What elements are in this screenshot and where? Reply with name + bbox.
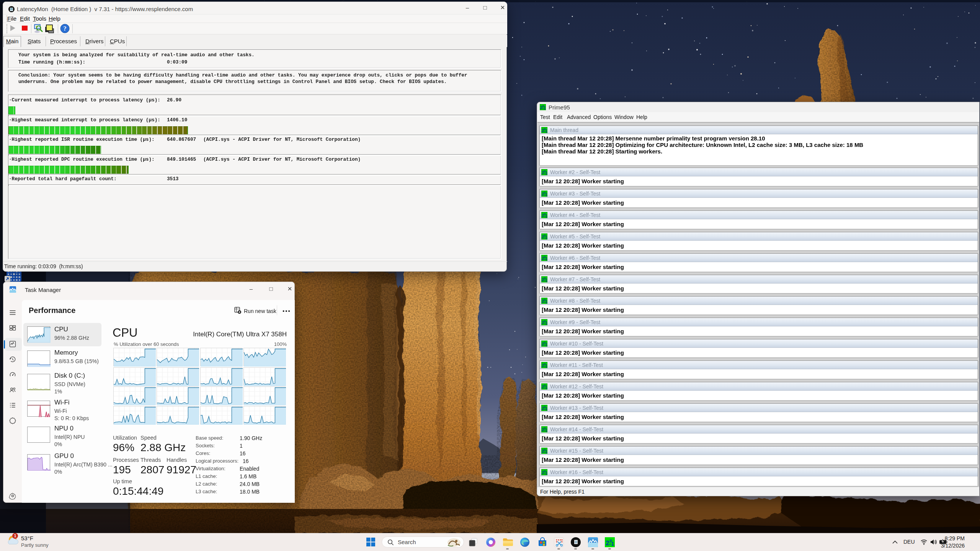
svg-text:-1: -1 bbox=[544, 407, 547, 411]
svg-text:-1: -1 bbox=[544, 428, 547, 432]
svg-text:-1: -1 bbox=[544, 257, 547, 261]
svg-text:-1: -1 bbox=[609, 540, 614, 547]
svg-text:-1: -1 bbox=[544, 235, 547, 240]
svg-text:-1: -1 bbox=[544, 300, 547, 304]
svg-text:?: ? bbox=[63, 25, 67, 32]
svg-text:-1: -1 bbox=[544, 192, 547, 197]
svg-text:-1: -1 bbox=[544, 471, 547, 475]
svg-text:-1: -1 bbox=[544, 129, 547, 133]
svg-text:-1: -1 bbox=[544, 214, 547, 218]
svg-text:-1: -1 bbox=[544, 364, 547, 368]
svg-text:-1: -1 bbox=[544, 342, 547, 347]
svg-text:-1: -1 bbox=[544, 171, 547, 175]
svg-text:-1: -1 bbox=[544, 321, 547, 325]
svg-text:-1: -1 bbox=[542, 106, 546, 110]
svg-text:-1: -1 bbox=[544, 450, 547, 454]
svg-text:-1: -1 bbox=[544, 385, 547, 390]
svg-text:-1: -1 bbox=[544, 278, 547, 282]
